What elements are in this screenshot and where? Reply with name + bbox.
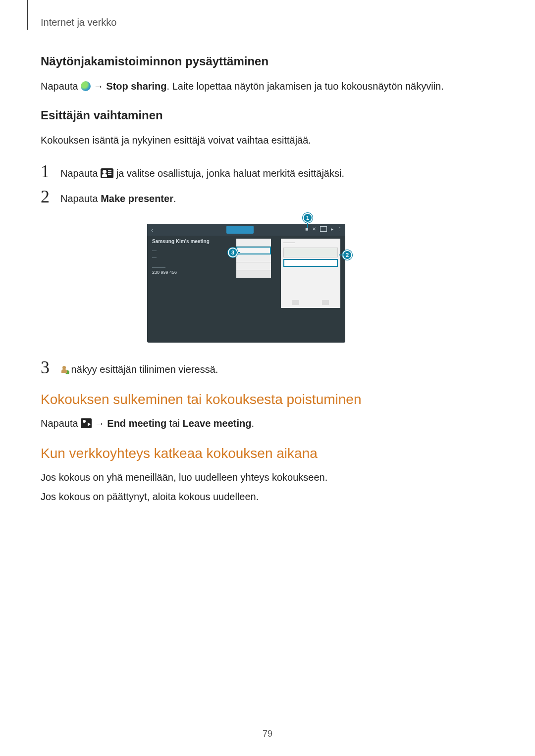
exit-toolbar-icon: ▸ [331,226,333,232]
menu-row-highlight [236,247,271,254]
text: Napauta [41,81,81,92]
share-icon [81,81,91,91]
text: tai [166,418,182,429]
para-close-meeting: Napauta → End meeting tai Leave meeting. [41,416,452,431]
text: Napauta [60,168,101,179]
meeting-id: 230 999 456 [152,270,210,275]
step-list-after-figure: 3 näkyy esittäjän tilinimen vieressä. [41,358,452,377]
ss-blue-button [226,226,254,234]
ss-right-panel: ——— [281,239,340,308]
step-number: 2 [41,188,60,205]
step-1: 1 Napauta ja valitse osallistuja, jonka … [41,162,452,181]
page-number: 79 [0,729,535,739]
text: . [252,418,255,429]
bold-leave-meeting: Leave meeting [183,418,252,429]
page-content: Näytönjakamistoiminnon pysäyttäminen Nap… [41,54,452,519]
text: Napauta [41,418,81,429]
callout-2: 2 [342,250,352,260]
bold-end-meeting: End meeting [107,418,166,429]
heading-stop-sharing: Näytönjakamistoiminnon pysäyttäminen [41,54,452,68]
participant-entry [283,248,338,257]
screenshot: ‹ ■ ✕ ▸ ⋮ Samsung Kim's meeting — — ——— … [147,224,345,343]
meeting-title: Samsung Kim's meeting [152,239,210,244]
screenshot-figure: ‹ ■ ✕ ▸ ⋮ Samsung Kim's meeting — — ——— … [147,213,345,344]
bold-stop-sharing: Stop sharing [106,81,166,92]
step-number: 3 [41,358,60,376]
ss-left-panel: Samsung Kim's meeting — — ——— 230 999 45… [152,239,210,275]
text: näkyy esittäjän tilinimen vieressä. [71,364,218,375]
more-icon: ⋮ [337,226,342,232]
callout-line [339,254,343,255]
heading-connection-lost: Kun verkkoyhteys katkeaa kokouksen aikan… [41,446,452,461]
text: Napauta [60,193,101,204]
step-text: Napauta Make presenter. [60,188,176,206]
ss-sub: ——— [152,265,210,270]
text: ja valitse osallistuja, jonka haluat mer… [116,168,344,179]
text: . [173,193,176,204]
arrow-text: → [94,81,107,92]
presenter-icon [60,366,68,374]
panel-bottom-icons [281,300,340,305]
side-rule [27,0,28,30]
para-stop-sharing: Napauta → Stop sharing. Laite lopettaa n… [41,79,452,94]
bold-make-presenter: Make presenter [101,193,173,204]
callout-3: 3 [228,248,238,257]
mic-icon: ✕ [312,226,316,232]
callout-1: 1 [303,213,313,223]
heading-close-meeting: Kokouksen sulkeminen tai kokouksesta poi… [41,392,452,407]
step-text: Napauta ja valitse osallistuja, jonka ha… [60,162,344,181]
ss-sub: — [152,248,210,253]
back-icon: ‹ [151,227,153,234]
para-conn-2: Jos kokous on päättynyt, aloita kokous u… [41,490,452,504]
step-3: 3 näkyy esittäjän tilinimen vieressä. [41,358,452,377]
participants-icon [101,168,113,178]
participants-toolbar-icon [320,226,327,232]
participant-entry-highlight [283,259,338,267]
ss-toolbar-icons: ■ ✕ ▸ ⋮ [305,226,342,232]
ss-sub: — [152,255,210,260]
menu-row [236,262,271,270]
text: . Laite lopettaa näytön jakamisen ja tuo… [167,81,444,92]
heading-change-presenter: Esittäjän vaihtaminen [41,108,452,122]
callout-line [307,223,308,228]
menu-row [236,239,271,247]
para-change-presenter-intro: Kokouksen isäntä ja nykyinen esittäjä vo… [41,133,452,148]
exit-icon [81,418,92,428]
arrow-text: → [95,418,107,429]
ss-center-panel [236,239,271,278]
chapter-header: Internet ja verkko [41,17,116,28]
para-conn-1: Jos kokous on yhä meneillään, luo uudell… [41,470,452,485]
step-list: 1 Napauta ja valitse osallistuja, jonka … [41,162,452,206]
menu-row [236,254,271,262]
step-text: näkyy esittäjän tilinimen vieressä. [60,358,218,377]
ss-topbar: ‹ ■ ✕ ▸ ⋮ [147,224,345,236]
panel-header: ——— [281,239,340,246]
callout-line [238,252,240,253]
step-number: 1 [41,162,60,180]
step-2: 2 Napauta Make presenter. [41,188,452,206]
